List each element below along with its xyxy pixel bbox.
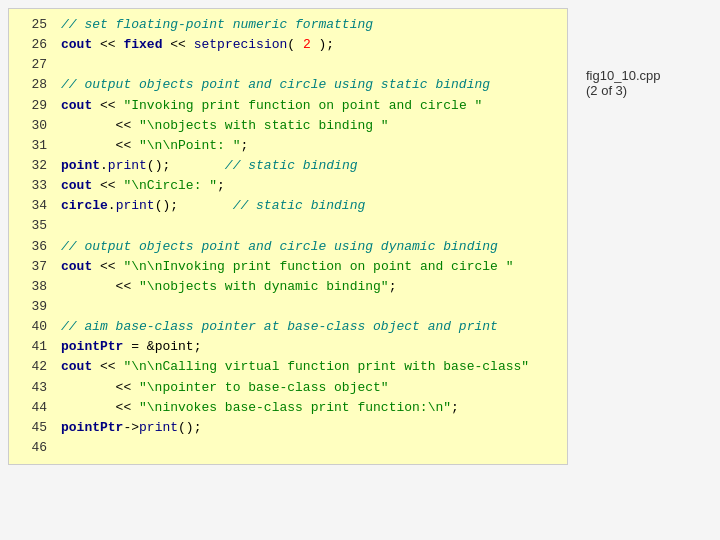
code-line: 31 << "\n\nPoint: ";	[19, 136, 557, 156]
token-plain: <<	[92, 178, 123, 193]
token-comment: // set floating-point numeric formatting	[61, 17, 373, 32]
code-line: 35	[19, 216, 557, 236]
token-plain: <<	[162, 37, 193, 52]
line-number: 35	[19, 216, 47, 236]
line-content: << "\npointer to base-class object"	[61, 378, 557, 398]
line-number: 39	[19, 297, 47, 317]
code-line: 38 << "\nobjects with dynamic binding";	[19, 277, 557, 297]
code-line: 28// output objects point and circle usi…	[19, 75, 557, 95]
token-plain: ();	[178, 420, 201, 435]
line-number: 45	[19, 418, 47, 438]
line-number: 34	[19, 196, 47, 216]
line-content: cout << "\nCircle: ";	[61, 176, 557, 196]
token-comment: // output objects point and circle using…	[61, 77, 490, 92]
label-panel: fig10_10.cpp (2 of 3)	[586, 8, 660, 98]
line-content: cout << "\n\nInvoking print function on …	[61, 257, 557, 277]
line-content: pointPtr = &point;	[61, 337, 557, 357]
line-number: 30	[19, 116, 47, 136]
token-plain: <<	[92, 359, 123, 374]
token-kw: point	[61, 158, 100, 173]
line-number: 32	[19, 156, 47, 176]
token-fn: setprecision	[194, 37, 288, 52]
token-plain: ;	[389, 279, 397, 294]
line-number: 36	[19, 237, 47, 257]
line-number: 43	[19, 378, 47, 398]
line-content: // output objects point and circle using…	[61, 75, 557, 95]
code-line: 46	[19, 438, 557, 458]
token-kw: cout	[61, 178, 92, 193]
line-content: << "\nobjects with dynamic binding";	[61, 277, 557, 297]
code-line: 26cout << fixed << setprecision( 2 );	[19, 35, 557, 55]
code-line: 36// output objects point and circle usi…	[19, 237, 557, 257]
token-str: "\npointer to base-class object"	[139, 380, 389, 395]
line-content: << "\nobjects with static binding "	[61, 116, 557, 136]
token-plain: ;	[240, 138, 248, 153]
token-kw: cout	[61, 359, 92, 374]
token-str: "\n\nInvoking print function on point an…	[123, 259, 513, 274]
token-comment: // output objects point and circle using…	[61, 239, 498, 254]
code-line: 45pointPtr->print();	[19, 418, 557, 438]
token-comment: // static binding	[225, 158, 358, 173]
token-plain: <<	[61, 138, 139, 153]
code-line: 25// set floating-point numeric formatti…	[19, 15, 557, 35]
line-content: cout << fixed << setprecision( 2 );	[61, 35, 557, 55]
token-plain: .	[108, 198, 116, 213]
line-number: 26	[19, 35, 47, 55]
line-number: 31	[19, 136, 47, 156]
token-plain: <<	[61, 380, 139, 395]
line-number: 28	[19, 75, 47, 95]
line-content: << "\ninvokes base-class print function:…	[61, 398, 557, 418]
token-plain: ();	[147, 158, 225, 173]
code-line: 37cout << "\n\nInvoking print function o…	[19, 257, 557, 277]
line-number: 38	[19, 277, 47, 297]
fig-label-line1: fig10_10.cpp	[586, 68, 660, 83]
line-number: 46	[19, 438, 47, 458]
main-container: 25// set floating-point numeric formatti…	[8, 8, 712, 465]
token-plain: ;	[217, 178, 225, 193]
line-number: 27	[19, 55, 47, 75]
token-plain: <<	[61, 279, 139, 294]
token-plain: <<	[92, 98, 123, 113]
code-line: 30 << "\nobjects with static binding "	[19, 116, 557, 136]
token-kw: cout	[61, 98, 92, 113]
code-line: 40// aim base-class pointer at base-clas…	[19, 317, 557, 337]
line-content: point.print(); // static binding	[61, 156, 557, 176]
code-line: 42cout << "\n\nCalling virtual function …	[19, 357, 557, 377]
token-plain: ();	[155, 198, 233, 213]
token-plain: <<	[92, 37, 123, 52]
token-plain: <<	[61, 118, 139, 133]
code-line: 34circle.print(); // static binding	[19, 196, 557, 216]
token-kw: pointPtr	[61, 420, 123, 435]
token-plain: ->	[123, 420, 139, 435]
token-fn: print	[108, 158, 147, 173]
code-line: 43 << "\npointer to base-class object"	[19, 378, 557, 398]
line-number: 25	[19, 15, 47, 35]
token-plain: (	[287, 37, 303, 52]
line-content: pointPtr->print();	[61, 418, 557, 438]
fig-label-line2: (2 of 3)	[586, 83, 627, 98]
token-kw: cout	[61, 37, 92, 52]
token-kw: cout	[61, 259, 92, 274]
line-number: 29	[19, 96, 47, 116]
token-str: "\n\nPoint: "	[139, 138, 240, 153]
line-number: 40	[19, 317, 47, 337]
token-kw: pointPtr	[61, 339, 123, 354]
token-str: "\nobjects with static binding "	[139, 118, 389, 133]
token-plain: <<	[61, 400, 139, 415]
token-plain: <<	[92, 259, 123, 274]
token-plain: =	[123, 339, 146, 354]
line-content	[61, 216, 557, 236]
token-fn: print	[139, 420, 178, 435]
token-comment: // static binding	[233, 198, 366, 213]
line-content: // aim base-class pointer at base-class …	[61, 317, 557, 337]
line-number: 42	[19, 357, 47, 377]
code-line: 33cout << "\nCircle: ";	[19, 176, 557, 196]
line-number: 44	[19, 398, 47, 418]
token-plain: );	[311, 37, 334, 52]
code-line: 41pointPtr = &point;	[19, 337, 557, 357]
token-str: "\nobjects with dynamic binding"	[139, 279, 389, 294]
token-plain: ;	[451, 400, 459, 415]
token-str: "\n\nCalling virtual function print with…	[123, 359, 529, 374]
token-plain: &point;	[147, 339, 202, 354]
code-line: 27	[19, 55, 557, 75]
